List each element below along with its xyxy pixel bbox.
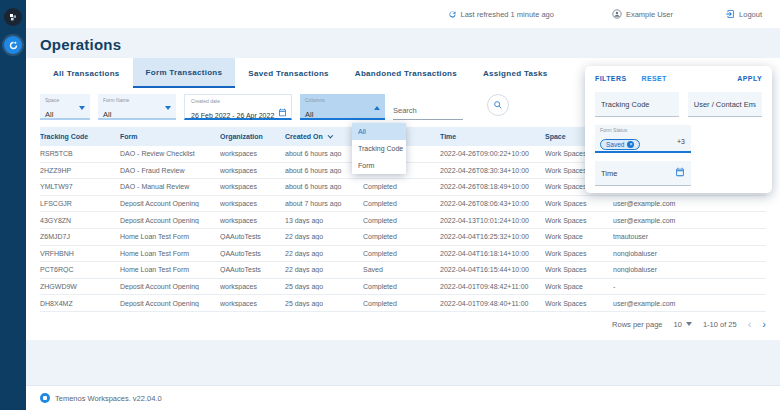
form-status-field[interactable]: Form Status Saved × +3 <box>595 125 691 153</box>
table-cell: workspaces <box>220 300 285 307</box>
apply-button[interactable]: APPLY <box>737 75 762 82</box>
table-cell: Z6MJD7J <box>40 233 120 240</box>
table-cell: DAO - Review Checklist <box>120 150 220 157</box>
calendar-icon[interactable] <box>278 103 287 121</box>
logout-button[interactable]: Logout <box>725 9 762 19</box>
table-cell: Home Loan Test Form <box>120 233 220 240</box>
col-header-tracking-code[interactable]: Tracking Code <box>40 133 120 140</box>
table-cell: - <box>613 283 766 290</box>
table-cell: 2022-04-04T16:18:14+10:00 <box>440 250 545 257</box>
table-cell: Completed <box>363 300 440 307</box>
table-cell: Completed <box>363 283 440 290</box>
chip-remove-icon[interactable]: × <box>627 141 634 148</box>
table-cell: Work Spaces <box>545 300 613 307</box>
status-chip-more-count: +3 <box>677 138 685 145</box>
topbar: Last refreshed 1 minute ago Example User… <box>26 0 780 28</box>
space-filter-dropdown[interactable]: Space All <box>40 94 90 120</box>
table-cell: ZHGWD9W <box>40 283 120 290</box>
chevron-up-icon <box>374 106 380 110</box>
chevron-down-icon <box>79 106 85 110</box>
status-chip-saved[interactable]: Saved × <box>600 139 640 150</box>
tab-assigned-tasks[interactable]: Assigned Tasks <box>470 58 561 88</box>
user-icon <box>612 9 622 19</box>
table-cell: Home Loan Test Form <box>120 250 220 257</box>
chevron-down-icon <box>165 106 171 110</box>
table-cell: DH8X4MZ <box>40 300 120 307</box>
table-cell: 2022-04-13T10:01:24+10:00 <box>440 217 545 224</box>
col-header-time[interactable]: Time <box>440 133 545 140</box>
user-menu[interactable]: Example User <box>612 9 673 19</box>
table-cell: 2022-04-26T08:30:34+10:00 <box>440 167 545 174</box>
rows-per-page-label: Rows per page <box>612 320 662 329</box>
rows-per-page-select[interactable]: 10 <box>674 320 692 329</box>
table-cell: tmautouser <box>613 233 766 240</box>
operations-nav-icon[interactable] <box>4 36 22 54</box>
tab-form-transactions[interactable]: Form Transactions <box>133 58 236 88</box>
form-name-filter-value: All <box>103 110 111 119</box>
columns-filter-dropdown[interactable]: Columns All <box>300 94 385 120</box>
table-cell: QAAutoTests <box>220 266 285 273</box>
tab-all-transactions[interactable]: All Transactions <box>40 58 133 88</box>
table-row[interactable]: ZHGWD9WDeposit Account Openingworkspaces… <box>40 279 766 296</box>
user-email-input[interactable] <box>694 100 756 109</box>
table-cell: Work Spaces <box>545 217 613 224</box>
table-row[interactable]: 43GY8ZNDeposit Account Openingworkspaces… <box>40 212 766 229</box>
calendar-icon[interactable] <box>675 167 685 179</box>
table-cell: Completed <box>363 200 440 207</box>
filters-panel-header: FILTERS RESET APPLY <box>595 75 762 82</box>
temenos-logo-icon[interactable] <box>4 8 22 26</box>
pagination: Rows per page 10 1-10 of 25 ‹ › <box>612 318 766 330</box>
tab-saved-transactions[interactable]: Saved Transactions <box>235 58 342 88</box>
tracking-code-input[interactable] <box>601 100 673 109</box>
table-cell: 2022-04-04T16:25:32+10:00 <box>440 233 545 240</box>
table-cell: 2022-04-26T08:18:49+10:00 <box>440 183 545 190</box>
refresh-button[interactable]: Last refreshed 1 minute ago <box>448 10 554 19</box>
time-label: Time <box>601 169 617 178</box>
columns-filter-value: All <box>305 110 313 119</box>
columns-filter-label: Columns <box>305 97 371 103</box>
refresh-label: Last refreshed 1 minute ago <box>461 10 554 19</box>
table-row[interactable]: VRFHBNHHome Loan Test FormQAAutoTests22 … <box>40 246 766 263</box>
col-header-organization[interactable]: Organization <box>220 133 285 140</box>
columns-menu-item[interactable]: Tracking Code <box>352 140 406 157</box>
logout-icon <box>725 9 735 19</box>
table-row[interactable]: Z6MJD7JHome Loan Test FormQAAutoTests22 … <box>40 229 766 246</box>
reset-button[interactable]: RESET <box>641 75 666 82</box>
columns-menu-item[interactable]: Form <box>352 157 406 174</box>
next-page-button[interactable]: › <box>762 318 766 330</box>
table-row[interactable]: LFSCGJRDeposit Account Openingworkspaces… <box>40 196 766 213</box>
table-cell: Completed <box>363 183 440 190</box>
form-name-filter-label: Form Name <box>103 97 162 103</box>
page-title: Operations <box>40 36 121 53</box>
columns-menu-item[interactable]: All <box>352 123 406 140</box>
table-cell: Work Spaces <box>545 250 613 257</box>
chevron-down-icon <box>686 322 692 326</box>
table-cell: DAO - Manual Review <box>120 183 220 190</box>
refresh-icon <box>448 10 457 19</box>
space-filter-label: Space <box>45 97 76 103</box>
table-cell: user@example.com <box>613 300 766 307</box>
filter-bar: Space All Form Name All Created date 26 … <box>40 94 509 120</box>
table-cell: Work Spaces <box>545 200 613 207</box>
search-button[interactable] <box>487 94 509 116</box>
table-cell: Work Space <box>545 283 613 290</box>
table-cell: workspaces <box>220 283 285 290</box>
table-row[interactable]: PCT6RQCHome Loan Test FormQAAutoTests22 … <box>40 262 766 279</box>
table-cell: Work Spaces <box>545 266 613 273</box>
table-cell: 13 days ago <box>285 217 363 224</box>
table-cell: about 7 hours ago <box>285 200 363 207</box>
tab-abandoned-transactions[interactable]: Abandoned Transactions <box>342 58 470 88</box>
table-cell: 25 days ago <box>285 283 363 290</box>
table-cell: PCT6RQC <box>40 266 120 273</box>
previous-page-button[interactable]: ‹ <box>748 318 752 330</box>
col-header-form[interactable]: Form <box>120 133 220 140</box>
created-date-filter[interactable]: Created date 26 Feb 2022 - 26 Apr 2022 <box>184 94 292 120</box>
form-status-label: Form Status <box>600 127 686 133</box>
form-name-filter-dropdown[interactable]: Form Name All <box>98 94 176 120</box>
table-row[interactable]: DH8X4MZDeposit Account Openingworkspaces… <box>40 295 766 312</box>
search-input[interactable] <box>393 106 463 119</box>
search-icon <box>493 100 503 110</box>
table-cell: 25 days ago <box>285 300 363 307</box>
table-cell: Work Space <box>545 233 613 240</box>
time-field[interactable]: Time <box>595 161 691 186</box>
